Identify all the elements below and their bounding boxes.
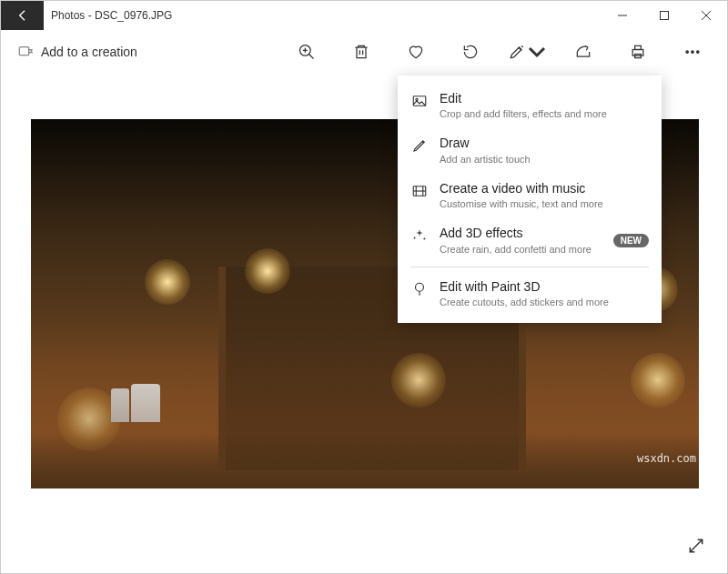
image-icon <box>411 93 428 109</box>
back-button[interactable] <box>1 1 44 30</box>
svg-point-14 <box>697 51 700 54</box>
print-icon <box>629 43 647 61</box>
delete-button[interactable] <box>334 30 389 74</box>
svg-rect-10 <box>635 45 642 49</box>
menu-title: Edit <box>440 90 649 106</box>
menu-item-draw[interactable]: Draw Add an artistic touch <box>398 127 662 172</box>
share-button[interactable] <box>556 30 611 74</box>
menu-title: Edit with Paint 3D <box>440 278 649 295</box>
svg-rect-9 <box>632 50 643 56</box>
add-creation-icon <box>17 44 34 60</box>
edit-tools-icon <box>508 43 526 61</box>
new-badge: NEW <box>613 234 649 247</box>
rotate-button[interactable] <box>443 30 498 74</box>
svg-rect-4 <box>19 47 29 55</box>
print-button[interactable] <box>611 30 665 74</box>
add-to-creation-button[interactable]: Add to a creation <box>8 38 147 65</box>
close-button[interactable] <box>685 1 727 30</box>
rotate-icon <box>461 43 480 61</box>
menu-desc: Customise with music, text and more <box>440 197 649 210</box>
close-icon <box>702 11 711 20</box>
favorite-button[interactable] <box>389 30 443 74</box>
menu-item-edit[interactable]: Edit Crop and add filters, effects and m… <box>398 83 662 127</box>
minimize-icon <box>618 11 627 20</box>
svg-point-12 <box>686 51 689 54</box>
svg-line-6 <box>309 55 314 59</box>
menu-desc: Create rain, add confetti and more <box>440 243 602 256</box>
back-arrow-icon <box>15 8 30 23</box>
window-controls <box>602 1 727 30</box>
svg-rect-1 <box>661 12 669 20</box>
menu-item-paint3d[interactable]: Edit with Paint 3D Create cutouts, add s… <box>398 271 662 316</box>
chevron-down-icon <box>528 43 546 61</box>
sparkle-icon <box>411 227 428 244</box>
heart-icon <box>407 43 425 61</box>
menu-desc: Crop and add filters, effects and more <box>440 107 649 120</box>
more-button[interactable] <box>665 30 720 74</box>
menu-desc: Add an artistic touch <box>440 153 649 166</box>
menu-separator <box>410 267 649 267</box>
svg-point-13 <box>692 51 694 54</box>
menu-item-3d-effects[interactable]: Add 3D effects Create rain, add confetti… <box>398 217 662 262</box>
menu-item-video[interactable]: Create a video with music Customise with… <box>398 173 662 217</box>
zoom-button[interactable] <box>279 30 334 74</box>
edit-dropdown-button[interactable] <box>498 30 556 74</box>
add-to-creation-label: Add to a creation <box>41 45 137 59</box>
zoom-icon <box>298 43 316 61</box>
maximize-icon <box>660 11 669 20</box>
watermark: wsxdn.com <box>637 452 696 465</box>
fullscreen-button[interactable] <box>687 537 713 562</box>
menu-title: Create a video with music <box>440 180 649 196</box>
menu-title: Draw <box>440 135 649 151</box>
balloon-icon <box>411 281 428 297</box>
trash-icon <box>352 43 370 61</box>
pen-icon <box>411 137 428 154</box>
menu-desc: Create cutouts, add stickers and more <box>440 296 649 308</box>
svg-point-21 <box>416 283 424 291</box>
toolbar: Add to a creation <box>1 30 727 74</box>
expand-icon <box>687 537 705 555</box>
maximize-button[interactable] <box>643 1 685 30</box>
window-title: Photos - DSC_0976.JPG <box>44 9 602 22</box>
more-icon <box>683 43 702 61</box>
menu-title: Add 3D effects <box>440 225 602 241</box>
share-icon <box>574 43 592 61</box>
minimize-button[interactable] <box>602 1 643 30</box>
film-icon <box>411 183 428 199</box>
edit-dropdown-menu: Edit Crop and add filters, effects and m… <box>398 76 662 323</box>
titlebar: Photos - DSC_0976.JPG <box>1 1 727 30</box>
